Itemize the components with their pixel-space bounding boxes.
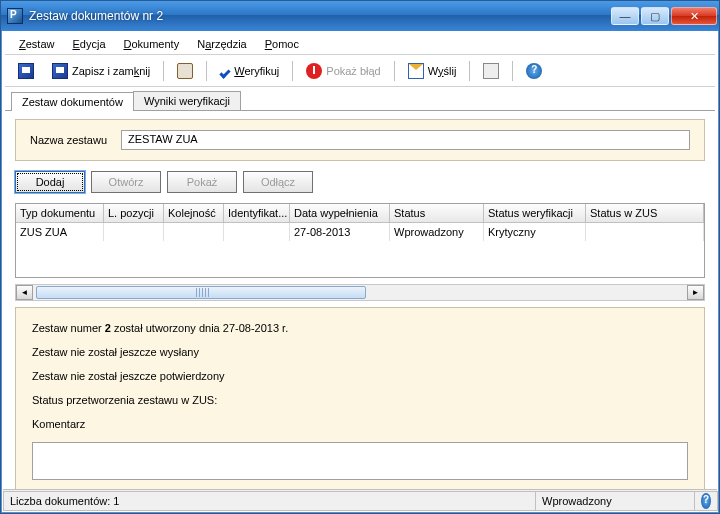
col-kol[interactable]: Kolejność bbox=[164, 204, 224, 222]
menu-pomoc[interactable]: Pomoc bbox=[257, 36, 307, 52]
help-icon: ? bbox=[701, 493, 711, 509]
toolbar: Zapisz i zamknij Weryfikuj Pokaż błąd Wy… bbox=[5, 55, 715, 87]
separator bbox=[292, 61, 293, 81]
show-error-button: Pokaż błąd bbox=[299, 59, 387, 83]
help-button[interactable]: ? bbox=[519, 59, 549, 83]
separator bbox=[394, 61, 395, 81]
comment-input[interactable] bbox=[32, 442, 688, 480]
save-icon bbox=[18, 63, 34, 79]
maximize-button[interactable]: ▢ bbox=[641, 7, 669, 25]
tab-wyniki-weryfikacji[interactable]: Wyniki weryfikacji bbox=[133, 91, 241, 110]
comment-label: Komentarz bbox=[32, 418, 688, 430]
menu-narzedzia[interactable]: Narzędzia bbox=[189, 36, 255, 52]
cell-statzus bbox=[586, 223, 704, 241]
send-button[interactable]: Wyślij bbox=[401, 59, 464, 83]
status-state: Wprowadzony bbox=[535, 491, 695, 511]
col-lp[interactable]: L. pozycji bbox=[104, 204, 164, 222]
app-icon bbox=[7, 8, 23, 24]
window-controls: — ▢ ✕ bbox=[611, 7, 717, 25]
save-button[interactable] bbox=[11, 59, 41, 83]
grid-buttons: Dodaj Otwórz Pokaż Odłącz bbox=[15, 167, 705, 197]
menu-dokumenty[interactable]: Dokumenty bbox=[116, 36, 188, 52]
minimize-button[interactable]: — bbox=[611, 7, 639, 25]
status-doc-count: Liczba dokumentów: 1 bbox=[3, 491, 536, 511]
menubar: Zestaw Edycja Dokumenty Narzędzia Pomoc bbox=[5, 33, 715, 55]
send-label: Wyślij bbox=[428, 65, 457, 77]
separator bbox=[469, 61, 470, 81]
mail-icon bbox=[408, 63, 424, 79]
col-statzus[interactable]: Status w ZUS bbox=[586, 204, 704, 222]
close-button[interactable]: ✕ bbox=[671, 7, 717, 25]
save-and-close-button[interactable]: Zapisz i zamknij bbox=[45, 59, 157, 83]
error-icon bbox=[306, 63, 322, 79]
cell-typ: ZUS ZUA bbox=[16, 223, 104, 241]
show-button: Pokaż bbox=[167, 171, 237, 193]
print-button[interactable] bbox=[170, 59, 200, 83]
status-help-button[interactable]: ? bbox=[694, 491, 718, 511]
tab-zestaw-dokumentow[interactable]: Zestaw dokumentów bbox=[11, 92, 134, 111]
parse-icon bbox=[483, 63, 499, 79]
horizontal-scrollbar[interactable]: ◄ ► bbox=[15, 284, 705, 301]
show-error-label: Pokaż błąd bbox=[326, 65, 380, 77]
parse-button[interactable] bbox=[476, 59, 506, 83]
scroll-grips bbox=[196, 288, 210, 297]
scroll-right-arrow[interactable]: ► bbox=[687, 285, 704, 300]
documents-grid: Typ dokumentu L. pozycji Kolejność Ident… bbox=[15, 203, 705, 278]
col-ident[interactable]: Identyfikat... bbox=[224, 204, 290, 222]
info-not-confirmed: Zestaw nie został jeszcze potwierdzony bbox=[32, 370, 688, 382]
window: Zestaw dokumentów nr 2 — ▢ ✕ Zestaw Edyc… bbox=[0, 0, 720, 514]
separator bbox=[163, 61, 164, 81]
verify-label: Weryfikuj bbox=[234, 65, 279, 77]
separator bbox=[206, 61, 207, 81]
grid-header: Typ dokumentu L. pozycji Kolejność Ident… bbox=[16, 204, 704, 223]
menu-edycja[interactable]: Edycja bbox=[64, 36, 113, 52]
scroll-left-arrow[interactable]: ◄ bbox=[16, 285, 33, 300]
info-not-sent: Zestaw nie został jeszcze wysłany bbox=[32, 346, 688, 358]
grid-body: ZUS ZUA 27-08-2013 Wprowadzony Krytyczny bbox=[16, 223, 704, 277]
name-panel: Nazwa zestawu ZESTAW ZUA bbox=[15, 119, 705, 161]
col-typ[interactable]: Typ dokumentu bbox=[16, 204, 104, 222]
add-button[interactable]: Dodaj bbox=[15, 171, 85, 193]
statusbar: Liczba dokumentów: 1 Wprowadzony ? bbox=[3, 489, 717, 511]
cell-lp bbox=[104, 223, 164, 241]
check-icon bbox=[220, 67, 231, 78]
col-status[interactable]: Status bbox=[390, 204, 484, 222]
verify-button[interactable]: Weryfikuj bbox=[213, 59, 286, 83]
col-statwer[interactable]: Status weryfikacji bbox=[484, 204, 586, 222]
cell-status: Wprowadzony bbox=[390, 223, 484, 241]
window-title: Zestaw dokumentów nr 2 bbox=[29, 9, 611, 23]
help-icon: ? bbox=[526, 63, 542, 79]
info-created: Zestaw numer 2 został utworzony dnia 27-… bbox=[32, 322, 688, 334]
col-data[interactable]: Data wypełnienia bbox=[290, 204, 390, 222]
info-zus-status: Status przetworzenia zestawu w ZUS: bbox=[32, 394, 688, 406]
name-label: Nazwa zestawu bbox=[30, 134, 107, 146]
cell-statwer: Krytyczny bbox=[484, 223, 586, 241]
tabs-row: Zestaw dokumentów Wyniki weryfikacji bbox=[5, 87, 715, 111]
detach-button: Odłącz bbox=[243, 171, 313, 193]
open-button: Otwórz bbox=[91, 171, 161, 193]
cell-kol bbox=[164, 223, 224, 241]
content-area: Nazwa zestawu ZESTAW ZUA Dodaj Otwórz Po… bbox=[5, 111, 715, 489]
print-icon bbox=[177, 63, 193, 79]
menu-zestaw[interactable]: Zestaw bbox=[11, 36, 62, 52]
titlebar: Zestaw dokumentów nr 2 — ▢ ✕ bbox=[1, 1, 719, 31]
name-input[interactable]: ZESTAW ZUA bbox=[121, 130, 690, 150]
info-panel: Zestaw numer 2 został utworzony dnia 27-… bbox=[15, 307, 705, 489]
cell-data: 27-08-2013 bbox=[290, 223, 390, 241]
save-xml-icon bbox=[52, 63, 68, 79]
table-row[interactable]: ZUS ZUA 27-08-2013 Wprowadzony Krytyczny bbox=[16, 223, 704, 241]
separator bbox=[512, 61, 513, 81]
cell-ident bbox=[224, 223, 290, 241]
save-and-close-label: Zapisz i zamknij bbox=[72, 65, 150, 77]
